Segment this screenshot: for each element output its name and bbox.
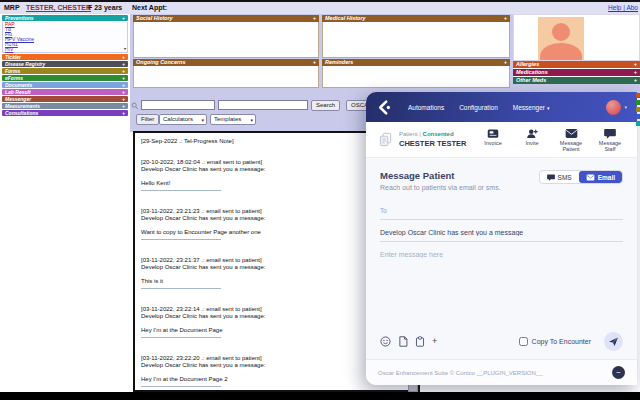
panel-header[interactable]: Reminders + bbox=[322, 59, 510, 66]
select-value: Calculators bbox=[163, 116, 193, 122]
send-button[interactable] bbox=[604, 332, 623, 351]
panel-title: Social History bbox=[136, 15, 173, 22]
module-label: Other Meds bbox=[516, 77, 546, 84]
expand-plus-icon: + bbox=[313, 59, 316, 66]
right-module-sliver bbox=[636, 114, 640, 119]
expand-plus-icon: + bbox=[122, 15, 125, 21]
note-search-input-2[interactable] bbox=[218, 100, 308, 110]
cortico-logo-icon[interactable] bbox=[376, 99, 393, 116]
module-label: Disease Registry bbox=[5, 61, 45, 67]
emoji-button[interactable] bbox=[380, 336, 391, 347]
panel-header[interactable]: Medical History + bbox=[322, 15, 510, 22]
nav-messenger-label: Messenger bbox=[513, 104, 545, 111]
sidebar-module-eforms[interactable]: eForms + bbox=[2, 75, 128, 81]
note-search-input[interactable] bbox=[141, 100, 215, 110]
prevention-item[interactable]: HIV bbox=[3, 47, 127, 52]
filter-button[interactable]: Filter bbox=[136, 114, 159, 125]
sidebar-module-forms[interactable]: Forms + bbox=[2, 68, 128, 74]
send-paper-plane-icon bbox=[608, 336, 619, 347]
minimize-button[interactable]: − bbox=[612, 366, 625, 379]
sidebar-module-messenger[interactable]: Messenger + bbox=[2, 96, 128, 102]
help-about-links[interactable]: Help | Abo bbox=[608, 4, 638, 11]
calculators-select[interactable]: Calculators ▾ bbox=[159, 114, 207, 125]
panel-title: Reminders bbox=[325, 59, 353, 66]
action-label: Invoice bbox=[484, 140, 501, 146]
panel-social-history: Social History + bbox=[133, 15, 319, 58]
sidebar-module-measurements[interactable]: Measurements + bbox=[2, 103, 128, 109]
avatar-head bbox=[552, 23, 570, 41]
module-label: Forms bbox=[5, 68, 20, 74]
expand-plus-icon: + bbox=[122, 110, 125, 116]
nav-automations[interactable]: Automations bbox=[408, 104, 444, 111]
right-module-sliver bbox=[636, 100, 640, 105]
template-button[interactable] bbox=[415, 336, 425, 347]
email-toggle-button[interactable]: Email bbox=[579, 171, 622, 183]
sidebar-module-tickler[interactable]: Tickler + bbox=[2, 54, 128, 60]
invoice-button[interactable]: Invoice bbox=[478, 128, 508, 152]
top-border bbox=[0, 0, 640, 2]
panel-body bbox=[322, 66, 510, 88]
next-appt-label: Next Appt: bbox=[132, 4, 167, 11]
select-value: Templates bbox=[214, 116, 241, 122]
action-label: Invite bbox=[525, 140, 538, 146]
module-label: eForms bbox=[5, 75, 23, 81]
sidebar-module-lab-result[interactable]: Lab Result + bbox=[2, 89, 128, 95]
panel-header[interactable]: Social History + bbox=[133, 15, 319, 22]
sidebar-module-other-meds[interactable]: Other Meds + bbox=[513, 77, 640, 84]
bottom-border bbox=[0, 392, 640, 400]
chevron-down-icon[interactable]: ▾ bbox=[624, 104, 627, 110]
add-attachment-button[interactable]: + bbox=[432, 337, 437, 346]
expand-plus-icon: + bbox=[122, 96, 125, 102]
panel-body bbox=[322, 22, 510, 58]
invite-button[interactable]: Invite bbox=[517, 128, 547, 152]
search-button[interactable]: Search bbox=[311, 100, 340, 111]
copy-to-encounter-checkbox[interactable] bbox=[519, 337, 528, 346]
to-field[interactable]: To bbox=[380, 207, 623, 220]
sidebar-module-medications[interactable]: Medications + bbox=[513, 69, 640, 76]
patient-photo-box bbox=[513, 14, 640, 61]
module-label: Documents bbox=[5, 82, 32, 88]
module-label: Messenger bbox=[5, 96, 31, 102]
sms-toggle-button[interactable]: SMS bbox=[540, 171, 579, 183]
divider: | bbox=[419, 131, 421, 137]
message-body-field[interactable] bbox=[380, 242, 623, 263]
right-module-sliver bbox=[636, 121, 640, 126]
chat-bubble-icon bbox=[604, 128, 616, 139]
expand-plus-icon: + bbox=[122, 68, 125, 74]
sms-chat-icon bbox=[547, 174, 555, 181]
nav-configuration[interactable]: Configuration bbox=[459, 104, 498, 111]
message-patient-button[interactable]: Message Patient bbox=[556, 128, 586, 152]
panel-title: Medical History bbox=[325, 15, 366, 22]
panel-title: Ongoing Concerns bbox=[136, 59, 186, 66]
sidebar-module-documents[interactable]: Documents + bbox=[2, 82, 128, 88]
expand-plus-icon: + bbox=[122, 61, 125, 67]
channel-toggle: SMS Email bbox=[539, 170, 623, 184]
panel-reminders: Reminders + bbox=[322, 59, 510, 88]
message-staff-button[interactable]: Message Staff bbox=[595, 128, 625, 152]
module-label: Medications bbox=[516, 69, 548, 76]
panel-header[interactable]: Ongoing Concerns + bbox=[133, 59, 319, 66]
right-module-sliver bbox=[636, 93, 640, 98]
consent-status-badge: Consented bbox=[423, 131, 454, 137]
sidebar-module-allergies[interactable]: Allergies + bbox=[513, 61, 640, 68]
expand-plus-icon: + bbox=[313, 15, 316, 22]
patient-type-label: Patient bbox=[399, 131, 418, 137]
copy-pages-icon[interactable] bbox=[378, 132, 393, 147]
sidebar-module-disease-registry[interactable]: Disease Registry + bbox=[2, 61, 128, 67]
compose-form: To bbox=[380, 207, 623, 263]
templates-select[interactable]: Templates ▾ bbox=[210, 114, 256, 125]
nav-messenger[interactable]: Messenger▾ bbox=[513, 104, 550, 111]
sidebar-module-consultations[interactable]: Consultations + bbox=[2, 110, 128, 116]
message-patient-panel: Message Patient Reach out to patients vi… bbox=[366, 158, 637, 359]
action-label: Message Staff bbox=[595, 140, 625, 152]
patient-name-link[interactable]: TESTER, CHESTER bbox=[26, 4, 91, 11]
sidebar-module-preventions[interactable]: Preventions + bbox=[2, 15, 128, 21]
compose-heading: Message Patient Reach out to patients vi… bbox=[380, 170, 501, 191]
preventions-list: PAP Td Flu HPV Vaccine H1N1 HIV ▾ bbox=[2, 22, 128, 53]
chevron-down-icon[interactable]: ▾ bbox=[124, 46, 126, 51]
subject-field[interactable] bbox=[380, 220, 623, 242]
attach-file-button[interactable] bbox=[398, 336, 408, 347]
user-avatar[interactable] bbox=[606, 100, 621, 115]
panel-ongoing-concerns: Ongoing Concerns + bbox=[133, 59, 319, 88]
expand-plus-icon: + bbox=[634, 77, 637, 84]
